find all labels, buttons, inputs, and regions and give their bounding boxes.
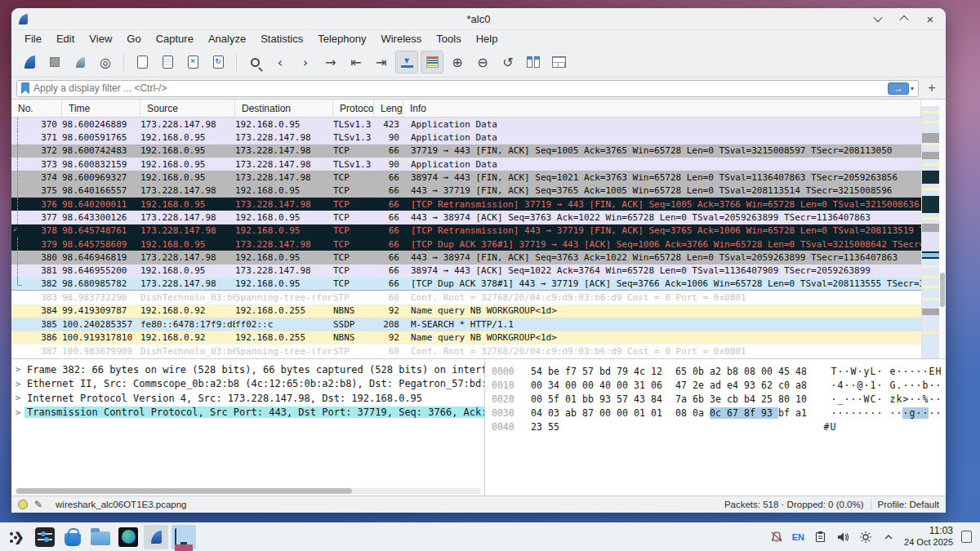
packet-row[interactable]: 386100.919317810192.168.0.92192.168.0.25… (11, 331, 921, 344)
column-header-info[interactable]: Info (403, 100, 921, 117)
go-back-button[interactable]: ‹ (269, 51, 292, 73)
notifications-muted-icon[interactable] (769, 530, 784, 544)
colorize-button[interactable] (421, 51, 443, 73)
clipboard-icon[interactable] (813, 530, 827, 544)
menu-telephony[interactable]: Telephony (311, 32, 372, 46)
scrollbar-handle[interactable] (940, 273, 945, 307)
menu-tools[interactable]: Tools (430, 32, 467, 46)
packet-row[interactable]: 385100.240285357fe80::6478:17f9:d8c…ff02… (11, 318, 921, 331)
go-to-packet-button[interactable]: → (319, 51, 342, 73)
hex-row[interactable]: 00402355#U (492, 420, 946, 433)
packet-row[interactable]: 37698.640200011192.168.0.95173.228.147.9… (11, 198, 921, 211)
capture-comment-icon[interactable]: ✎ (34, 499, 42, 510)
packet-row[interactable]: 38398.983732290DishTechnolo_03:b6:…Spann… (11, 291, 921, 304)
file-save-button[interactable] (131, 51, 154, 73)
detail-row[interactable]: >Internet Protocol Version 4, Src: 173.2… (11, 391, 484, 406)
detail-row[interactable]: >Ethernet II, Src: Commscope_0b:a2:b8 (4… (11, 377, 484, 392)
find-packet-button[interactable] (243, 51, 266, 73)
detail-row[interactable]: >Transmission Control Protocol, Src Port… (11, 406, 484, 420)
menu-file[interactable]: File (18, 32, 48, 46)
column-header-time[interactable]: Time (62, 100, 140, 117)
filter-dropdown-caret-icon[interactable]: ▾ (911, 85, 914, 92)
menu-wireless[interactable]: Wireless (374, 32, 428, 46)
add-filter-button[interactable]: + (923, 80, 941, 97)
menu-analyze[interactable]: Analyze (202, 32, 252, 46)
expander-icon[interactable]: > (11, 407, 24, 418)
expert-info-icon[interactable] (18, 500, 28, 509)
packet-row[interactable]: 37998.645758609192.168.0.95173.228.147.9… (11, 238, 921, 251)
taskbar-app-settings[interactable] (33, 525, 57, 549)
menu-statistics[interactable]: Statistics (254, 32, 310, 46)
menu-help[interactable]: Help (470, 32, 505, 46)
titlebar[interactable]: *alc0 × (11, 8, 946, 30)
expander-icon[interactable]: > (11, 379, 24, 389)
taskbar-app-browser[interactable] (116, 525, 140, 549)
profile-status[interactable]: Profile: Default (878, 500, 939, 509)
packet-row[interactable]: 38298.680985782173.228.147.98192.168.0.9… (11, 278, 921, 291)
packet-row[interactable]: 37798.643300126173.228.147.98192.168.0.9… (11, 211, 921, 224)
packet-row[interactable]: 38198.646955200192.168.0.95173.228.147.9… (11, 264, 921, 278)
restart-capture-button[interactable] (69, 51, 91, 73)
menu-view[interactable]: View (82, 32, 118, 46)
column-header-source[interactable]: Source (140, 100, 235, 117)
packet-row[interactable]: 387100.983679909DishTechnolo_03:b6:…Span… (11, 344, 921, 358)
zoom-reset-button[interactable]: ↺ (497, 51, 519, 73)
expander-icon[interactable]: > (11, 364, 24, 375)
hex-row[interactable]: 000054bef757bd794c12650ba2b808004548T··W… (492, 364, 946, 378)
file-open-button[interactable] (156, 51, 179, 73)
menu-go[interactable]: Go (120, 32, 147, 46)
go-forward-button[interactable]: › (294, 51, 317, 73)
keyboard-layout-indicator[interactable]: EN (792, 532, 804, 542)
capture-filename[interactable]: wireshark_alc06OT1E3.pcapng (56, 500, 186, 509)
menu-edit[interactable]: Edit (50, 32, 81, 46)
column-header-no[interactable]: No. (11, 100, 62, 117)
volume-icon[interactable] (835, 530, 850, 544)
file-close-button[interactable]: ✕ (181, 51, 204, 73)
start-capture-button[interactable] (18, 51, 41, 73)
filter-bookmark-icon[interactable] (21, 82, 29, 95)
packet-row[interactable]: 37398.600832159192.168.0.95173.228.147.9… (11, 158, 921, 171)
packet-row[interactable]: 37498.600969327192.168.0.95173.228.147.9… (11, 171, 921, 184)
hex-row[interactable]: 0020005f01bb935743847a6b3ecbb4258010·_··… (492, 392, 946, 406)
detail-row[interactable]: >Frame 382: 66 bytes on wire (528 bits),… (11, 362, 484, 377)
close-button[interactable]: × (921, 11, 939, 27)
clock[interactable]: 11:03 24 Oct 2025 (904, 526, 953, 547)
packet-list-scrollbar[interactable] (939, 100, 946, 358)
hex-row[interactable]: 00300403ab8700000101080a0c678f93bfa1····… (492, 406, 946, 420)
packet-row[interactable]: 37298.600742483192.168.0.95173.228.147.9… (11, 144, 921, 158)
taskbar-app-launcher[interactable] (5, 525, 29, 549)
minimize-button[interactable] (869, 11, 887, 27)
stop-capture-button[interactable] (43, 51, 66, 73)
detail-hscrollbar[interactable] (11, 487, 484, 495)
packet-row[interactable]: 38098.646946819173.228.147.98192.168.0.9… (11, 251, 921, 264)
taskbar-app-discover[interactable] (60, 525, 85, 549)
apply-filter-button[interactable]: → (888, 82, 909, 95)
packet-row[interactable]: 37198.600591765192.168.0.95173.228.147.9… (11, 131, 921, 144)
auto-scroll-button[interactable]: ▼ (395, 51, 418, 73)
display-filter-input[interactable] (33, 82, 888, 94)
taskbar-app-files[interactable] (88, 525, 113, 549)
column-header-destination[interactable]: Destination (235, 100, 333, 117)
expander-icon[interactable]: > (11, 393, 24, 403)
packet-row[interactable]: 37898.645748761173.228.147.98192.168.0.9… (11, 224, 921, 238)
file-reload-button[interactable]: ↻ (207, 51, 229, 73)
packet-row[interactable]: 37098.600246889173.228.147.98192.168.0.9… (11, 118, 921, 131)
maximize-button[interactable] (895, 11, 913, 27)
zoom-in-button[interactable]: ⊕ (446, 51, 469, 73)
capture-options-button[interactable]: ◎ (94, 51, 117, 73)
brightness-icon[interactable] (858, 530, 873, 544)
tray-expand-icon[interactable] (881, 530, 896, 544)
hscroll-handle[interactable] (16, 488, 352, 494)
column-header-protocol[interactable]: Protocol (333, 100, 374, 117)
intelligent-scrollbar-minimap[interactable] (921, 106, 939, 358)
column-header-lengtl[interactable]: Lengtl (374, 100, 403, 117)
zoom-out-button[interactable]: ⊖ (471, 51, 494, 73)
taskbar-app-wireshark[interactable] (144, 525, 168, 549)
go-first-button[interactable]: ⇤ (345, 51, 368, 73)
layout-button[interactable] (547, 51, 570, 73)
go-last-button[interactable]: ⇥ (370, 51, 393, 73)
packet-row[interactable]: 38499.419309787192.168.0.92192.168.0.255… (11, 304, 921, 318)
resize-columns-button[interactable] (522, 51, 545, 73)
show-desktop-button[interactable] (961, 531, 972, 543)
taskbar-app-recorder[interactable] (172, 525, 196, 549)
